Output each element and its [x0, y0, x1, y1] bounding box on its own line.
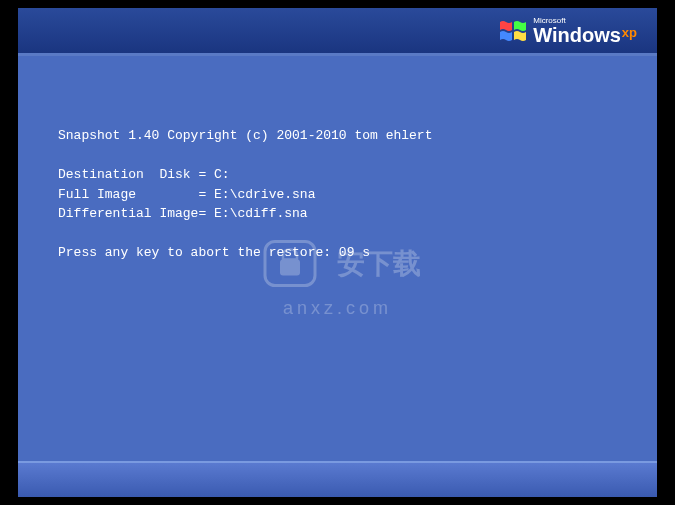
copyright-line: Snapshot 1.40 Copyright (c) 2001-2010 to… [58, 128, 432, 143]
console-area[interactable]: Snapshot 1.40 Copyright (c) 2001-2010 to… [18, 56, 657, 461]
console-output: Snapshot 1.40 Copyright (c) 2001-2010 to… [58, 126, 617, 263]
watermark-text-en: anxz.com [283, 297, 392, 318]
full-image-line: Full Image = E:\cdrive.sna [58, 187, 315, 202]
windows-flag-icon [499, 19, 527, 43]
xp-label: xp [622, 26, 637, 39]
destination-line: Destination Disk = C: [58, 167, 230, 182]
windows-xp-logo: Microsoft Windowsxp [499, 17, 637, 45]
diff-image-line: Differential Image= E:\cdiff.sna [58, 206, 308, 221]
windows-label: Windowsxp [533, 25, 637, 45]
header-bar: Microsoft Windowsxp [18, 8, 657, 56]
footer-bar [18, 461, 657, 497]
logo-text-group: Microsoft Windowsxp [533, 17, 637, 45]
boot-screen: Microsoft Windowsxp Snapshot 1.40 Copyri… [18, 8, 657, 497]
abort-prompt: Press any key to abort the restore: 09 s [58, 245, 370, 260]
